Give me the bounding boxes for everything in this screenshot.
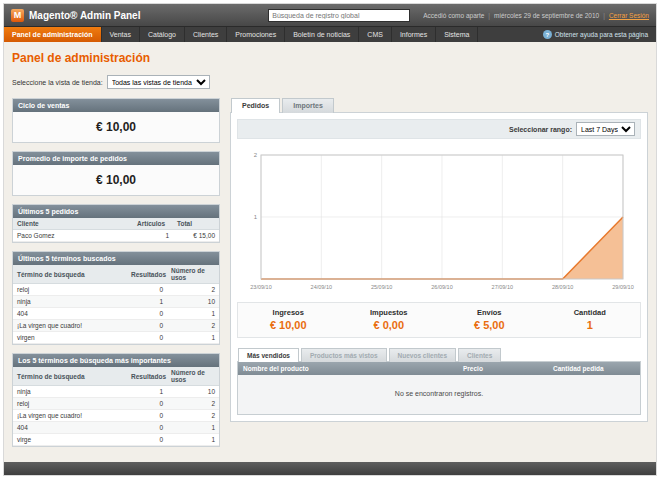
svg-text:23/09/10: 23/09/10: [250, 284, 271, 290]
table-row[interactable]: ¡La virgen que cuadro! 0 2: [13, 410, 219, 422]
header-user-info: Accedió como aparte | miércoles 29 de se…: [423, 12, 649, 19]
top-search-table: Término de búsqueda Resultados Número de…: [13, 367, 219, 446]
table-row[interactable]: ¡La virgen que cuadro! 0 2: [13, 320, 219, 332]
table-row[interactable]: reloj 0 2: [13, 284, 219, 296]
svg-text:24/09/10: 24/09/10: [311, 284, 332, 290]
svg-text:29/09/10: 29/09/10: [612, 284, 633, 290]
average-orders-value: € 10,00: [13, 165, 219, 195]
cell: ¡La virgen que cuadro!: [13, 410, 127, 422]
lifetime-sales-box: Ciclo de ventas € 10,00: [12, 98, 220, 143]
tab-bestsellers[interactable]: Más vendidos: [238, 348, 299, 362]
table-header-row: Término de búsqueda Resultados Número de…: [13, 265, 219, 284]
magento-logo-icon: M: [11, 9, 24, 22]
cell: 2: [167, 410, 219, 422]
range-label: Seleccionar rango:: [509, 126, 572, 133]
tab-most-viewed[interactable]: Productos más vistos: [301, 348, 387, 362]
cell: 0: [127, 284, 167, 296]
cell: 2: [167, 398, 219, 410]
table-row[interactable]: ninja 1 10: [13, 386, 219, 398]
tab-amounts[interactable]: Importes: [282, 98, 334, 113]
nav-item-cms[interactable]: CMS: [359, 27, 392, 42]
page-help-link[interactable]: ? Obtener ayuda para esta página: [535, 27, 656, 42]
box-title: Los 5 términos de búsqueda más important…: [13, 354, 219, 367]
top-header: M Magento® Admin Panel Accedió como apar…: [4, 4, 656, 26]
cell: virge: [13, 434, 127, 446]
table-row[interactable]: reloj 0 2: [13, 398, 219, 410]
box-title: Promedio de importe de pedidos: [13, 152, 219, 165]
svg-text:26/09/10: 26/09/10: [431, 284, 452, 290]
cell: 0: [127, 422, 167, 434]
cell: Paco Gomez: [13, 230, 133, 242]
box-title: Ciclo de ventas: [13, 99, 219, 112]
table-row[interactable]: Paco Gomez 1 € 15,00: [13, 230, 219, 242]
column-header: Cliente: [13, 218, 133, 230]
cell: 10: [167, 296, 219, 308]
help-icon: ?: [543, 30, 552, 39]
column-header: Resultados: [127, 265, 167, 284]
footer-bar: [4, 462, 656, 475]
page: M Magento® Admin Panel Accedió como apar…: [0, 0, 660, 480]
page-title: Panel de administración: [12, 51, 648, 65]
nav-item-system[interactable]: Sistema: [436, 27, 478, 42]
brand-title: Magento® Admin Panel: [29, 10, 140, 21]
nav-item-customers[interactable]: Clientes: [185, 27, 227, 42]
nav-item-newsletter[interactable]: Boletín de noticias: [285, 27, 359, 42]
store-view-label: Seleccione la vista de tienda:: [12, 79, 103, 86]
svg-text:27/09/10: 27/09/10: [492, 284, 513, 290]
average-orders-box: Promedio de importe de pedidos € 10,00: [12, 151, 220, 196]
logged-in-as: Accedió como aparte: [423, 12, 484, 19]
admin-window: M Magento® Admin Panel Accedió como apar…: [3, 3, 657, 476]
totals-bar: Ingresos € 10,00 Impuestos € 0,00 Envíos…: [237, 302, 641, 338]
nav-item-reports[interactable]: Informes: [392, 27, 436, 42]
column-header: Término de búsqueda: [13, 265, 127, 284]
orders-chart: 1223/09/1024/09/1025/09/1026/09/1027/09/…: [237, 145, 641, 295]
cell: ninja: [13, 386, 127, 398]
left-column: Ciclo de ventas € 10,00 Promedio de impo…: [12, 98, 220, 447]
last-search-terms-box: Últimos 5 términos buscados Término de b…: [12, 251, 220, 345]
column-header: Nombre del producto: [238, 362, 458, 375]
nav-item-promotions[interactable]: Promociones: [227, 27, 285, 42]
logout-link[interactable]: Cerrar Sesión: [609, 12, 649, 19]
store-view-select[interactable]: Todas las vistas de tienda: [107, 75, 210, 89]
table-header-row: Cliente Artículos Total: [13, 218, 219, 230]
stat-shipping: Envíos € 5,00: [439, 308, 540, 331]
column-header: Término de búsqueda: [13, 367, 127, 386]
stat-label: Impuestos: [339, 308, 440, 317]
stat-label: Cantidad: [540, 308, 641, 317]
right-column: Pedidos Importes Seleccionar rango: Last…: [230, 98, 648, 422]
tab-new-customers[interactable]: Nuevos clientes: [389, 348, 457, 362]
tab-orders[interactable]: Pedidos: [231, 98, 280, 113]
global-search-input[interactable]: [268, 9, 410, 22]
grid-header-row: Nombre del producto Precio Cantidad pedi…: [238, 362, 640, 375]
table-row[interactable]: 404 0 1: [13, 422, 219, 434]
table-row[interactable]: 404 0 1: [13, 308, 219, 320]
column-header: Artículos: [133, 218, 173, 230]
top-search-terms-box: Los 5 términos de búsqueda más important…: [12, 353, 220, 447]
range-select[interactable]: Last 7 Days: [576, 122, 635, 136]
cell: 2: [167, 284, 219, 296]
cell: € 15,00: [173, 230, 219, 242]
stat-value: € 5,00: [439, 319, 540, 331]
orders-chart-svg: 1223/09/1024/09/1025/09/1026/09/1027/09/…: [239, 147, 639, 295]
svg-text:28/09/10: 28/09/10: [552, 284, 573, 290]
nav-item-dashboard[interactable]: Panel de administración: [4, 27, 102, 42]
nav-item-sales[interactable]: Ventas: [102, 27, 140, 42]
cell: 0: [127, 434, 167, 446]
table-row[interactable]: virgen 0 1: [13, 332, 219, 344]
column-header: Total: [173, 218, 219, 230]
separator: |: [488, 12, 490, 19]
cell: ¡La virgen que cuadro!: [13, 320, 127, 332]
last-orders-table: Cliente Artículos Total Paco Gomez 1 € 1…: [13, 218, 219, 242]
table-row[interactable]: ninja 1 10: [13, 296, 219, 308]
tab-customers[interactable]: Clientes: [458, 348, 501, 362]
table-row[interactable]: virge 0 1: [13, 434, 219, 446]
cell: 1: [167, 308, 219, 320]
cell: 1: [133, 230, 173, 242]
last-orders-box: Últimos 5 pedidos Cliente Artículos Tota…: [12, 204, 220, 243]
svg-text:1: 1: [254, 214, 258, 220]
stat-value: 1: [540, 319, 641, 331]
dashboard-columns: Ciclo de ventas € 10,00 Promedio de impo…: [12, 98, 648, 447]
stat-value: € 10,00: [238, 319, 339, 331]
cell: 1: [167, 434, 219, 446]
nav-item-catalog[interactable]: Catálogo: [140, 27, 185, 42]
